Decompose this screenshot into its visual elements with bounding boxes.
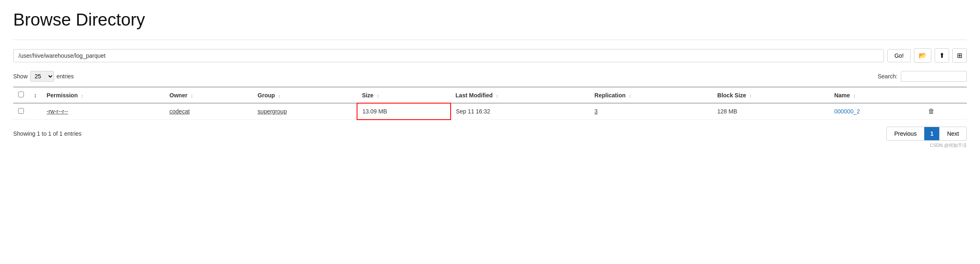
th-permission[interactable]: Permission ↕ — [42, 87, 165, 103]
permission-value[interactable]: -rw-r--r-- — [47, 108, 68, 115]
td-size: 13.09 MB — [357, 103, 451, 120]
last-modified-value: Sep 11 16:32 — [456, 108, 490, 115]
th-owner-label: Owner — [169, 92, 188, 99]
td-last-modified: Sep 11 16:32 — [451, 103, 590, 120]
owner-value[interactable]: codecat — [169, 108, 190, 115]
page-title: Browse Directory — [13, 10, 967, 30]
info-row: Showing 1 to 1 of 1 entries Previous 1 N… — [13, 127, 967, 141]
th-checkbox — [13, 87, 29, 103]
table-row: -rw-r--r-- codecat supergroup 13.09 MB S… — [13, 103, 967, 120]
td-name: 000000_2 — [829, 103, 923, 120]
th-name[interactable]: Name ↕ — [829, 87, 923, 103]
sort-all-icon: ↕ — [34, 92, 37, 99]
delete-icon[interactable]: 🗑 — [928, 108, 935, 115]
show-entries: Show 10 25 50 100 entries — [13, 71, 74, 82]
search-input[interactable] — [901, 71, 967, 82]
permission-sort-icon: ↕ — [81, 93, 83, 98]
table-body: -rw-r--r-- codecat supergroup 13.09 MB S… — [13, 103, 967, 120]
upload-button[interactable]: ⬆ — [935, 48, 949, 63]
td-replication: 3 — [590, 103, 712, 120]
top-bar: Go! 📂 ⬆ ⊞ — [13, 40, 967, 63]
current-page[interactable]: 1 — [924, 127, 939, 141]
th-actions — [923, 87, 967, 103]
th-block-size[interactable]: Block Size ↕ — [712, 87, 830, 103]
th-replication[interactable]: Replication ↕ — [590, 87, 712, 103]
td-owner: codecat — [165, 103, 253, 120]
block-size-sort-icon: ↕ — [750, 93, 752, 98]
search-box: Search: — [878, 71, 967, 82]
td-checkbox — [13, 103, 29, 120]
table-view-button[interactable]: ⊞ — [952, 48, 967, 63]
last-modified-sort-icon: ↕ — [496, 93, 498, 98]
name-link[interactable]: 000000_2 — [834, 108, 860, 115]
show-label: Show — [13, 73, 28, 80]
td-group: supergroup — [253, 103, 357, 120]
replication-value[interactable]: 3 — [595, 108, 598, 115]
name-sort-icon: ↕ — [853, 93, 855, 98]
th-size-label: Size — [362, 92, 374, 99]
entries-select[interactable]: 10 25 50 100 — [30, 71, 54, 82]
group-value[interactable]: supergroup — [258, 108, 287, 115]
path-input[interactable] — [13, 49, 884, 62]
td-sort — [29, 103, 42, 120]
group-sort-icon: ↕ — [278, 93, 281, 98]
select-all-checkbox[interactable] — [18, 92, 24, 97]
th-group[interactable]: Group ↕ — [253, 87, 357, 103]
td-delete: 🗑 — [923, 103, 967, 120]
folder-icon-button[interactable]: 📂 — [914, 48, 931, 63]
th-permission-label: Permission — [47, 92, 78, 99]
folder-icon: 📂 — [919, 52, 927, 59]
th-name-label: Name — [834, 92, 850, 99]
previous-button[interactable]: Previous — [886, 127, 924, 141]
th-block-size-label: Block Size — [717, 92, 746, 99]
table-icon: ⊞ — [957, 52, 962, 59]
th-owner[interactable]: Owner ↕ — [165, 87, 253, 103]
table-header-row: ↕ Permission ↕ Owner ↕ Group ↕ Size ↕ La… — [13, 87, 967, 103]
th-replication-label: Replication — [595, 92, 625, 99]
th-size[interactable]: Size ↕ — [357, 87, 451, 103]
td-block-size: 128 MB — [712, 103, 830, 120]
search-label: Search: — [878, 73, 898, 80]
size-value: 13.09 MB — [362, 108, 387, 115]
size-sort-icon: ↕ — [377, 93, 379, 98]
watermark: CSDN @何如千泫 — [13, 142, 967, 148]
th-last-modified-label: Last Modified — [456, 92, 493, 99]
controls-row: Show 10 25 50 100 entries Search: — [13, 71, 967, 82]
owner-sort-icon: ↕ — [191, 93, 193, 98]
block-size-value: 128 MB — [717, 108, 737, 115]
entries-label: entries — [56, 73, 74, 80]
entries-info: Showing 1 to 1 of 1 entries — [13, 130, 82, 137]
td-permission: -rw-r--r-- — [42, 103, 165, 120]
directory-table: ↕ Permission ↕ Owner ↕ Group ↕ Size ↕ La… — [13, 87, 967, 120]
th-sort-all[interactable]: ↕ — [29, 87, 42, 103]
th-group-label: Group — [258, 92, 275, 99]
row-checkbox[interactable] — [18, 108, 24, 114]
replication-sort-icon: ↕ — [629, 93, 631, 98]
go-button[interactable]: Go! — [887, 49, 911, 62]
next-button[interactable]: Next — [939, 127, 967, 141]
th-last-modified[interactable]: Last Modified ↕ — [451, 87, 590, 103]
upload-icon: ⬆ — [939, 52, 945, 59]
pagination: Previous 1 Next — [886, 127, 967, 141]
